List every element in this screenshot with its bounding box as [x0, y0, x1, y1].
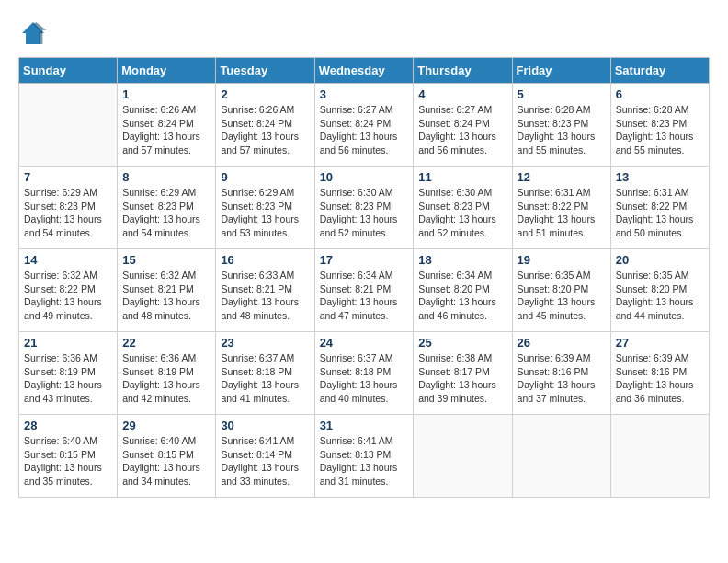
- calendar-cell: 25Sunrise: 6:38 AMSunset: 8:17 PMDayligh…: [414, 332, 512, 415]
- day-info: Sunrise: 6:32 AMSunset: 8:22 PMDaylight:…: [24, 269, 112, 323]
- calendar-cell: 16Sunrise: 6:33 AMSunset: 8:21 PMDayligh…: [216, 249, 314, 332]
- day-info: Sunrise: 6:39 AMSunset: 8:16 PMDaylight:…: [616, 351, 704, 406]
- day-info: Sunrise: 6:31 AMSunset: 8:22 PMDaylight:…: [616, 186, 704, 240]
- day-info: Sunrise: 6:32 AMSunset: 8:21 PMDaylight:…: [122, 269, 210, 323]
- weekday-header-wednesday: Wednesday: [314, 58, 414, 84]
- day-number: 8: [122, 170, 210, 184]
- calendar-cell: 30Sunrise: 6:41 AMSunset: 8:14 PMDayligh…: [216, 415, 314, 498]
- day-info: Sunrise: 6:34 AMSunset: 8:21 PMDaylight:…: [320, 269, 409, 323]
- logo-icon: [18, 18, 48, 48]
- day-number: 13: [616, 170, 704, 184]
- day-number: 29: [122, 419, 210, 432]
- day-info: Sunrise: 6:36 AMSunset: 8:19 PMDaylight:…: [24, 351, 112, 406]
- calendar-cell: 9Sunrise: 6:29 AMSunset: 8:23 PMDaylight…: [216, 167, 314, 249]
- calendar-cell: 12Sunrise: 6:31 AMSunset: 8:22 PMDayligh…: [512, 167, 610, 249]
- calendar-cell: [414, 415, 512, 498]
- weekday-header-friday: Friday: [512, 58, 610, 84]
- calendar-cell: 26Sunrise: 6:39 AMSunset: 8:16 PMDayligh…: [512, 332, 610, 415]
- day-number: 15: [122, 253, 210, 267]
- day-info: Sunrise: 6:26 AMSunset: 8:24 PMDaylight:…: [122, 103, 210, 157]
- day-info: Sunrise: 6:40 AMSunset: 8:15 PMDaylight:…: [24, 434, 112, 488]
- day-number: 25: [418, 336, 506, 350]
- day-info: Sunrise: 6:29 AMSunset: 8:23 PMDaylight:…: [221, 186, 309, 240]
- weekday-header-saturday: Saturday: [610, 58, 709, 84]
- calendar-cell: 22Sunrise: 6:36 AMSunset: 8:19 PMDayligh…: [118, 332, 216, 415]
- calendar-cell: 13Sunrise: 6:31 AMSunset: 8:22 PMDayligh…: [610, 167, 709, 249]
- day-number: 31: [320, 419, 409, 432]
- day-info: Sunrise: 6:31 AMSunset: 8:22 PMDaylight:…: [518, 186, 606, 240]
- day-number: 5: [518, 87, 606, 101]
- calendar-cell: [19, 84, 118, 167]
- calendar-cell: 5Sunrise: 6:28 AMSunset: 8:23 PMDaylight…: [512, 84, 610, 167]
- calendar-cell: 19Sunrise: 6:35 AMSunset: 8:20 PMDayligh…: [512, 249, 610, 332]
- day-number: 28: [24, 419, 112, 432]
- calendar-cell: 4Sunrise: 6:27 AMSunset: 8:24 PMDaylight…: [414, 84, 512, 167]
- calendar-cell: 1Sunrise: 6:26 AMSunset: 8:24 PMDaylight…: [118, 84, 216, 167]
- calendar-cell: 27Sunrise: 6:39 AMSunset: 8:16 PMDayligh…: [610, 332, 709, 415]
- day-info: Sunrise: 6:41 AMSunset: 8:14 PMDaylight:…: [221, 434, 309, 488]
- calendar-cell: 10Sunrise: 6:30 AMSunset: 8:23 PMDayligh…: [314, 167, 414, 249]
- day-info: Sunrise: 6:38 AMSunset: 8:17 PMDaylight:…: [418, 351, 506, 406]
- calendar-cell: 14Sunrise: 6:32 AMSunset: 8:22 PMDayligh…: [19, 249, 118, 332]
- calendar-cell: 24Sunrise: 6:37 AMSunset: 8:18 PMDayligh…: [314, 332, 414, 415]
- day-info: Sunrise: 6:37 AMSunset: 8:18 PMDaylight:…: [320, 351, 409, 406]
- calendar-cell: 8Sunrise: 6:29 AMSunset: 8:23 PMDaylight…: [118, 167, 216, 249]
- day-info: Sunrise: 6:39 AMSunset: 8:16 PMDaylight:…: [518, 351, 606, 406]
- calendar-cell: 7Sunrise: 6:29 AMSunset: 8:23 PMDaylight…: [19, 167, 118, 249]
- day-info: Sunrise: 6:28 AMSunset: 8:23 PMDaylight:…: [616, 103, 704, 157]
- day-info: Sunrise: 6:35 AMSunset: 8:20 PMDaylight:…: [616, 269, 704, 323]
- calendar-cell: 31Sunrise: 6:41 AMSunset: 8:13 PMDayligh…: [314, 415, 414, 498]
- day-info: Sunrise: 6:30 AMSunset: 8:23 PMDaylight:…: [418, 186, 506, 240]
- day-number: 30: [221, 419, 309, 432]
- calendar: SundayMondayTuesdayWednesdayThursdayFrid…: [18, 57, 710, 498]
- calendar-cell: 29Sunrise: 6:40 AMSunset: 8:15 PMDayligh…: [118, 415, 216, 498]
- calendar-cell: 18Sunrise: 6:34 AMSunset: 8:20 PMDayligh…: [414, 249, 512, 332]
- day-number: 17: [320, 253, 409, 267]
- calendar-cell: 2Sunrise: 6:26 AMSunset: 8:24 PMDaylight…: [216, 84, 314, 167]
- calendar-cell: 3Sunrise: 6:27 AMSunset: 8:24 PMDaylight…: [314, 84, 414, 167]
- day-info: Sunrise: 6:27 AMSunset: 8:24 PMDaylight:…: [320, 103, 409, 157]
- calendar-cell: 28Sunrise: 6:40 AMSunset: 8:15 PMDayligh…: [19, 415, 118, 498]
- day-info: Sunrise: 6:37 AMSunset: 8:18 PMDaylight:…: [221, 351, 309, 406]
- week-row-0: 1Sunrise: 6:26 AMSunset: 8:24 PMDaylight…: [19, 84, 710, 167]
- calendar-cell: 17Sunrise: 6:34 AMSunset: 8:21 PMDayligh…: [314, 249, 414, 332]
- day-info: Sunrise: 6:27 AMSunset: 8:24 PMDaylight:…: [418, 103, 506, 157]
- week-row-1: 7Sunrise: 6:29 AMSunset: 8:23 PMDaylight…: [19, 167, 710, 249]
- calendar-cell: [512, 415, 610, 498]
- calendar-cell: 6Sunrise: 6:28 AMSunset: 8:23 PMDaylight…: [610, 84, 709, 167]
- day-number: 4: [418, 87, 506, 101]
- day-number: 7: [24, 170, 112, 184]
- day-number: 12: [518, 170, 606, 184]
- day-info: Sunrise: 6:40 AMSunset: 8:15 PMDaylight:…: [122, 434, 210, 488]
- day-number: 9: [221, 170, 309, 184]
- day-number: 22: [122, 336, 210, 350]
- calendar-cell: 23Sunrise: 6:37 AMSunset: 8:18 PMDayligh…: [216, 332, 314, 415]
- day-number: 16: [221, 253, 309, 267]
- calendar-cell: 11Sunrise: 6:30 AMSunset: 8:23 PMDayligh…: [414, 167, 512, 249]
- weekday-header-thursday: Thursday: [414, 58, 512, 84]
- day-info: Sunrise: 6:33 AMSunset: 8:21 PMDaylight:…: [221, 269, 309, 323]
- page-header: [18, 18, 710, 48]
- day-number: 1: [122, 87, 210, 101]
- calendar-cell: 20Sunrise: 6:35 AMSunset: 8:20 PMDayligh…: [610, 249, 709, 332]
- calendar-cell: 15Sunrise: 6:32 AMSunset: 8:21 PMDayligh…: [118, 249, 216, 332]
- week-row-3: 21Sunrise: 6:36 AMSunset: 8:19 PMDayligh…: [19, 332, 710, 415]
- weekday-header-sunday: Sunday: [19, 58, 118, 84]
- weekday-header-tuesday: Tuesday: [216, 58, 314, 84]
- day-number: 11: [418, 170, 506, 184]
- day-number: 6: [616, 87, 704, 101]
- day-number: 27: [616, 336, 704, 350]
- day-info: Sunrise: 6:34 AMSunset: 8:20 PMDaylight:…: [418, 269, 506, 323]
- day-number: 18: [418, 253, 506, 267]
- day-number: 19: [518, 253, 606, 267]
- calendar-cell: [610, 415, 709, 498]
- week-row-4: 28Sunrise: 6:40 AMSunset: 8:15 PMDayligh…: [19, 415, 710, 498]
- day-info: Sunrise: 6:41 AMSunset: 8:13 PMDaylight:…: [320, 434, 409, 488]
- day-number: 20: [616, 253, 704, 267]
- day-number: 21: [24, 336, 112, 350]
- day-info: Sunrise: 6:36 AMSunset: 8:19 PMDaylight:…: [122, 351, 210, 406]
- day-number: 14: [24, 253, 112, 267]
- weekday-header-row: SundayMondayTuesdayWednesdayThursdayFrid…: [19, 58, 710, 84]
- day-number: 23: [221, 336, 309, 350]
- day-number: 10: [320, 170, 409, 184]
